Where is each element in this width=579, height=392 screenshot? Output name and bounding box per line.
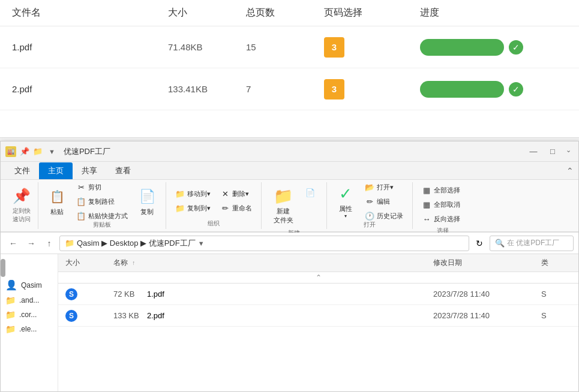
- organize-row1: 📁 移动到▾ ✕ 删除▾: [171, 187, 256, 200]
- copy-path-icon: 📋: [76, 197, 86, 206]
- ribbon-group-organize: 📁 移动到▾ ✕ 删除▾ 📁 复制到▾ ✏ 重命名: [166, 182, 262, 229]
- copy-path-label: 复制路径: [88, 197, 115, 206]
- pin-label: 定到快速访问: [13, 207, 31, 224]
- col-header-progress: 进度: [420, 7, 540, 19]
- col-header-date[interactable]: 修改日期: [433, 258, 541, 268]
- new-buttons: 📁 新建文件夹 📄: [266, 183, 322, 228]
- copy-path-button[interactable]: 📋 复制路径: [72, 195, 132, 208]
- address-path-icon: 📁: [65, 239, 74, 248]
- nav-up-button[interactable]: ↑: [41, 236, 57, 251]
- open-button[interactable]: 📂 打开▾: [361, 180, 407, 194]
- maximize-button[interactable]: □: [544, 145, 561, 158]
- address-path[interactable]: 📁 Qasim ▶ Desktop ▶ 优速PDF工厂 ▼: [59, 236, 469, 251]
- titlebar-pin-icon: 📌: [20, 147, 29, 156]
- tab-share[interactable]: 共享: [73, 162, 106, 179]
- file-name-label-1: 1.pdf: [147, 290, 164, 298]
- sort-expand-icon[interactable]: ⌃: [316, 273, 322, 282]
- file-row-2[interactable]: S 133 KB 2.pdf 2023/7/28 11:40 S: [58, 305, 578, 327]
- page-badge-2[interactable]: 3: [324, 79, 344, 99]
- pin-button[interactable]: 📌 定到快速访问: [8, 183, 35, 227]
- copy-to-icon: 📁: [175, 203, 185, 213]
- file-s-icon-1: S: [65, 288, 77, 300]
- new-small-area: 📄: [301, 183, 322, 199]
- col-header-type[interactable]: 类: [541, 258, 571, 268]
- file-size-1: 71.48KB: [168, 42, 246, 52]
- sidebar-item-1[interactable]: 📁 .and...: [1, 293, 58, 307]
- search-box[interactable]: 🔍 在 优速PDF工厂: [490, 236, 574, 251]
- ribbon-collapse-icon[interactable]: ⌃: [566, 166, 574, 176]
- sidebar-scrollbar[interactable]: [1, 259, 5, 277]
- sidebar-item-label-2: .cor...: [19, 310, 37, 319]
- file-size-label-1: 72 KB: [113, 290, 143, 298]
- select-all-label: 全部选择: [434, 186, 460, 195]
- deselect-all-button[interactable]: ▦ 全部取消: [418, 198, 464, 211]
- properties-button[interactable]: ✓ 属性 ▾: [332, 183, 359, 219]
- copy-label: 复制: [140, 207, 154, 216]
- file-row-size-1: S: [65, 288, 113, 300]
- col-header-size[interactable]: 大小: [65, 258, 113, 268]
- select-buttons: ▦ 全部选择 ▦ 全部取消 ↔ 反向选择: [418, 183, 464, 225]
- file-list-container: 👤 Qasim 📁 .and... 📁 .cor... 📁 .ele... 大小: [1, 254, 578, 391]
- progress-done-icon-1: ✓: [509, 40, 523, 55]
- new-item-button[interactable]: 📄: [301, 186, 322, 199]
- file-row-name-1: 72 KB 1.pdf: [113, 290, 433, 298]
- organize-group-label: 组织: [171, 218, 256, 228]
- file-name-2: 2.pdf: [12, 84, 168, 94]
- col-header-page-select: 页码选择: [324, 7, 420, 19]
- file-row-date-2: 2023/7/28 11:40: [433, 311, 541, 320]
- rename-button[interactable]: ✏ 重命名: [216, 201, 256, 215]
- invert-select-button[interactable]: ↔ 反向选择: [418, 212, 464, 225]
- col-header-name: 文件名: [12, 7, 168, 19]
- tab-file[interactable]: 文件: [5, 162, 39, 179]
- select-all-button[interactable]: ▦ 全部选择: [418, 183, 464, 197]
- copy-button[interactable]: 📄 复制: [133, 183, 161, 219]
- explorer-window: 🏭 📌 📁 ▼ 优速PDF工厂 — □ ⌄ 文件 主页 共享 查看 ⌃ 📌 定到…: [0, 141, 579, 392]
- col-header-size: 大小: [168, 7, 246, 19]
- sidebar-item-qasim[interactable]: 👤 Qasim: [1, 277, 58, 293]
- tab-view[interactable]: 查看: [106, 162, 140, 179]
- progress-bar-1: [420, 39, 504, 56]
- paste-icon: 📋: [47, 187, 67, 206]
- page-badge-1[interactable]: 3: [324, 37, 344, 58]
- file-page-select-2[interactable]: 3: [324, 79, 420, 99]
- open-row: ✓ 属性 ▾ 📂 打开▾ ✏ 编辑 🕐 历史记录: [332, 183, 407, 219]
- sidebar-item-label-3: .ele...: [19, 325, 37, 333]
- nav-forward-button[interactable]: →: [23, 236, 39, 251]
- file-page-select-1[interactable]: 3: [324, 37, 420, 58]
- ribbon-group-open: ✓ 属性 ▾ 📂 打开▾ ✏ 编辑 🕐 历史记录: [327, 182, 413, 229]
- copy-to-button[interactable]: 📁 复制到▾: [171, 201, 215, 215]
- col-header-pages: 总页数: [246, 7, 324, 19]
- file-size-2: 133.41KB: [168, 84, 246, 94]
- progress-bar-2: [420, 81, 504, 98]
- address-path-dropdown[interactable]: ▼: [198, 240, 205, 247]
- file-row-date-1: 2023/7/28 11:40: [433, 290, 541, 298]
- pdf-table-row[interactable]: 2.pdf 133.41KB 7 3 ✓: [0, 68, 579, 110]
- titlebar-dropdown-icon[interactable]: ▼: [49, 148, 55, 155]
- edit-button[interactable]: ✏ 编辑: [361, 195, 407, 208]
- expand-icon[interactable]: ⌄: [563, 145, 574, 158]
- deselect-all-icon: ▦: [422, 200, 431, 209]
- refresh-button[interactable]: ↻: [472, 236, 487, 251]
- titlebar-folder-icon: 📁: [33, 147, 43, 156]
- cut-button[interactable]: ✂ 剪切: [72, 180, 132, 194]
- delete-button[interactable]: ✕ 删除▾: [216, 187, 253, 200]
- rename-label: 重命名: [232, 204, 252, 213]
- file-row-1[interactable]: S 72 KB 1.pdf 2023/7/28 11:40 S: [58, 284, 578, 305]
- sidebar-item-3[interactable]: 📁 .ele...: [1, 322, 58, 336]
- nav-back-button[interactable]: ←: [5, 236, 21, 251]
- sidebar-item-2[interactable]: 📁 .cor...: [1, 307, 58, 322]
- edit-icon: ✏: [365, 197, 374, 206]
- sidebar-item-label-1: .and...: [19, 296, 39, 304]
- paste-button[interactable]: 📋 粘贴: [43, 183, 71, 219]
- sidebar-item-label: Qasim: [21, 281, 42, 290]
- new-folder-button[interactable]: 📁 新建文件夹: [266, 183, 300, 228]
- sort-indicator-row: ⌃: [58, 272, 578, 284]
- new-item-icon: 📄: [305, 188, 315, 197]
- col-header-name: 名称 ↑: [113, 258, 433, 268]
- app-icon: 🏭: [5, 146, 16, 157]
- move-to-button[interactable]: 📁 移动到▾: [171, 187, 215, 200]
- paste-label: 粘贴: [50, 207, 64, 216]
- tab-home[interactable]: 主页: [39, 162, 73, 179]
- pdf-table-row[interactable]: 1.pdf 71.48KB 15 3 ✓: [0, 26, 579, 68]
- minimize-button[interactable]: —: [525, 145, 542, 158]
